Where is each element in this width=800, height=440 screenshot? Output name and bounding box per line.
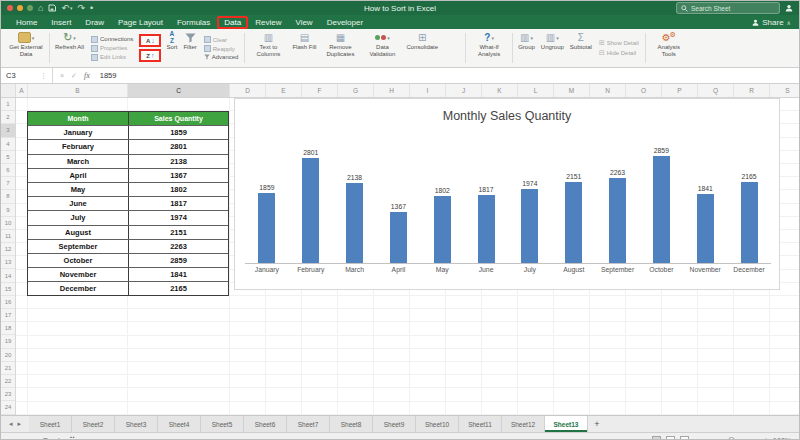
row-header-12[interactable]: 12 [1, 243, 15, 256]
month-cell[interactable]: July [28, 211, 128, 224]
chart-bar[interactable] [609, 178, 626, 263]
more-icon[interactable]: • [90, 4, 93, 13]
analysis-tools-button[interactable]: ⚙⚙ Analysis Tools [648, 30, 690, 66]
column-header-I[interactable]: I [410, 84, 446, 97]
worksheet[interactable]: 123456789101112131415161718192021222324 … [1, 98, 799, 415]
row-header-5[interactable]: 5 [1, 151, 15, 164]
sales-cell[interactable]: 2263 [128, 240, 228, 253]
chart-bar[interactable] [258, 193, 275, 263]
sales-cell[interactable]: 2165 [128, 282, 228, 295]
normal-view-button[interactable] [652, 436, 661, 440]
sort-button[interactable]: AZ Sort [163, 30, 180, 66]
tab-data[interactable]: Data [217, 16, 248, 29]
column-header-J[interactable]: J [446, 84, 482, 97]
what-if-analysis-button[interactable]: ?▾ What-If Analysis [468, 30, 510, 66]
chart-bar[interactable] [741, 182, 758, 263]
row-header-15[interactable]: 15 [1, 283, 15, 296]
row-header-20[interactable]: 20 [1, 349, 15, 362]
ungroup-button[interactable]: ▥▾ Ungroup [538, 30, 567, 66]
column-header-Q[interactable]: Q [698, 84, 734, 97]
row-header-23[interactable]: 23 [1, 388, 15, 401]
tab-insert[interactable]: Insert [44, 17, 78, 28]
chart-bar[interactable] [302, 158, 319, 263]
row-header-9[interactable]: 9 [1, 204, 15, 217]
row-header-10[interactable]: 10 [1, 217, 15, 230]
flash-fill-button[interactable]: ▤ Flash Fill [289, 30, 319, 66]
column-header-H[interactable]: H [374, 84, 410, 97]
sheet-tab-sheet5[interactable]: Sheet5 [201, 416, 244, 432]
save-icon[interactable] [48, 4, 56, 12]
sales-cell[interactable]: 2801 [128, 140, 228, 153]
month-cell[interactable]: April [28, 169, 128, 182]
sheet-tab-sheet3[interactable]: Sheet3 [115, 416, 158, 432]
consolidate-button[interactable]: ⊞ Consolidate [403, 30, 441, 66]
sheet-tab-sheet10[interactable]: Sheet10 [416, 416, 459, 432]
advanced-button[interactable]: Advanced [204, 54, 239, 60]
sheet-tab-sheet12[interactable]: Sheet12 [502, 416, 545, 432]
sheet-tab-sheet11[interactable]: Sheet11 [459, 416, 502, 432]
column-header-D[interactable]: D [230, 84, 266, 97]
row-header-3[interactable]: 3 [1, 124, 15, 137]
row-header-16[interactable]: 16 [1, 296, 15, 309]
cancel-entry-icon[interactable]: × [60, 72, 64, 79]
search-input[interactable]: Search Sheet [676, 2, 780, 14]
column-header-R[interactable]: R [734, 84, 770, 97]
sales-cell[interactable]: 2859 [128, 254, 228, 267]
month-cell[interactable]: March [28, 155, 128, 168]
get-external-data-button[interactable]: ▾ Get External Data [5, 30, 47, 66]
page-layout-view-button[interactable] [666, 436, 675, 440]
column-header-S[interactable]: S [770, 84, 800, 97]
redo-button[interactable]: ↷ [78, 4, 86, 13]
row-header-14[interactable]: 14 [1, 269, 15, 282]
subtotal-button[interactable]: Σ Subtotal [567, 30, 595, 66]
collapse-ribbon-icon[interactable]: ∧ [787, 19, 791, 26]
month-cell[interactable]: September [28, 240, 128, 253]
zoom-slider-knob[interactable] [728, 437, 735, 440]
month-cell[interactable]: August [28, 226, 128, 239]
row-header-8[interactable]: 8 [1, 190, 15, 203]
sales-cell[interactable]: 1841 [128, 268, 228, 281]
column-header-N[interactable]: N [590, 84, 626, 97]
row-header-21[interactable]: 21 [1, 362, 15, 375]
formula-input[interactable]: 1859 [100, 71, 117, 80]
row-header-2[interactable]: 2 [1, 111, 15, 124]
row-header-22[interactable]: 22 [1, 375, 15, 388]
sales-cell[interactable]: 1367 [128, 169, 228, 182]
month-cell[interactable]: February [28, 140, 128, 153]
sheet-tab-sheet8[interactable]: Sheet8 [330, 416, 373, 432]
refresh-all-button[interactable]: ↻▾ Refresh All [52, 30, 87, 66]
sales-cell[interactable]: 2151 [128, 226, 228, 239]
sales-cell[interactable]: 1859 [128, 126, 228, 139]
page-break-view-button[interactable] [680, 436, 689, 440]
select-all-corner[interactable] [1, 84, 16, 97]
chart-bar[interactable] [346, 183, 363, 263]
chart-bar[interactable] [478, 195, 495, 263]
name-box-split-icon[interactable]: ⋮ [40, 72, 47, 80]
text-to-columns-button[interactable]: ▥ Text to Columns [247, 30, 289, 66]
month-cell[interactable]: November [28, 268, 128, 281]
sheet-tab-sheet1[interactable]: Sheet1 [29, 416, 72, 432]
name-box[interactable]: C3 ⋮ [1, 68, 53, 83]
zoom-in-button[interactable]: + [764, 437, 768, 440]
sort-descending-button[interactable]: Z↑ [139, 49, 161, 62]
chart-bar[interactable] [565, 182, 582, 263]
column-header-G[interactable]: G [338, 84, 374, 97]
column-header-A[interactable]: A [16, 84, 28, 97]
row-header-7[interactable]: 7 [1, 177, 15, 190]
zoom-out-button[interactable]: − [694, 437, 698, 440]
month-cell[interactable]: January [28, 126, 128, 139]
zoom-percent-label[interactable]: 100% [773, 437, 791, 440]
sheet-tab-sheet6[interactable]: Sheet6 [244, 416, 287, 432]
group-button[interactable]: ▥▾ Group [515, 30, 538, 66]
month-cell[interactable]: December [28, 282, 128, 295]
column-header-P[interactable]: P [662, 84, 698, 97]
sales-cell[interactable]: 1974 [128, 211, 228, 224]
tab-developer[interactable]: Developer [320, 17, 370, 28]
column-header-K[interactable]: K [482, 84, 518, 97]
month-cell[interactable]: October [28, 254, 128, 267]
confirm-entry-icon[interactable]: ✓ [71, 72, 77, 80]
column-header-O[interactable]: O [626, 84, 662, 97]
sheet-tab-sheet9[interactable]: Sheet9 [373, 416, 416, 432]
chart-bar[interactable] [653, 156, 670, 263]
close-button[interactable] [7, 5, 13, 11]
